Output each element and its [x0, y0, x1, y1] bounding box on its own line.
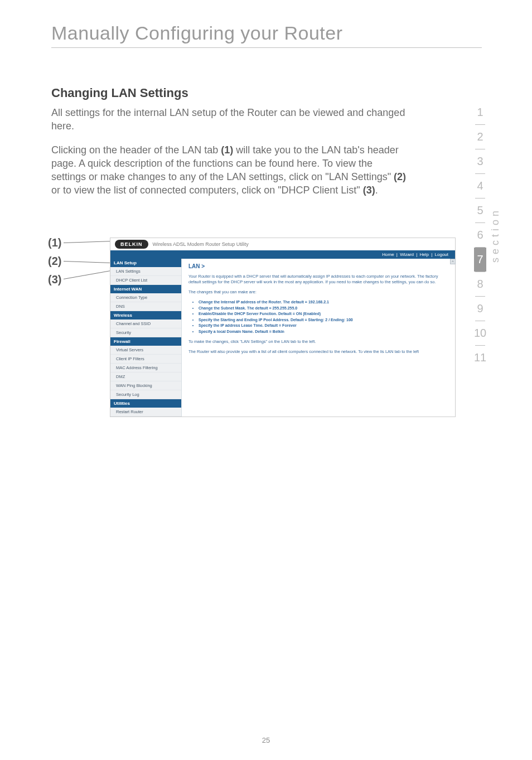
- sidebar-head-internet-wan[interactable]: Internet WAN: [110, 285, 181, 293]
- bullet-item: Enable/Disable the DHCP Server Function.…: [199, 311, 448, 317]
- section-num-11[interactable]: 11: [474, 346, 486, 370]
- section-num-6[interactable]: 6: [474, 223, 486, 247]
- callout-1: (1): [48, 236, 61, 249]
- lan-tab-paragraph: Clicking on the header of the LAN tab (1…: [51, 143, 408, 197]
- brand-logo: BELKIN: [115, 240, 148, 249]
- sidebar-item-restart-router[interactable]: Restart Router: [110, 408, 181, 417]
- bullet-item: Change the Subnet Mask. The default = 25…: [199, 306, 448, 312]
- bullet-item: Change the Internal IP address of the Ro…: [199, 299, 448, 306]
- sidebar-head-firewall[interactable]: Firewall: [110, 337, 181, 346]
- page-title: Manually Configuring your Router: [51, 22, 482, 44]
- lead-line-2: [64, 261, 112, 263]
- section-num-7[interactable]: 7: [474, 248, 486, 272]
- app-title: Wireless ADSL Modem Router Setup Utility: [153, 241, 249, 247]
- top-nav: Home | Wizard | Help | Logout: [110, 250, 455, 259]
- nav-home[interactable]: Home: [381, 252, 395, 257]
- sidebar-item-dhcp-client-list[interactable]: DHCP Client List: [110, 276, 181, 285]
- sidebar-item-dmz[interactable]: DMZ: [110, 372, 181, 381]
- section-num-4[interactable]: 4: [474, 174, 486, 198]
- nav-help[interactable]: Help: [419, 252, 430, 257]
- router-admin-screenshot: BELKIN Wireless ADSL Modem Router Setup …: [110, 238, 456, 417]
- lead-line-1: [64, 240, 117, 243]
- callout-2-inline: (2): [394, 171, 406, 182]
- lead-line-3: [64, 270, 111, 279]
- lead-labels: (1) (2) (3): [48, 236, 61, 292]
- content-p2: The changes that you can make are:: [188, 289, 448, 295]
- nav-logout[interactable]: Logout: [434, 252, 449, 257]
- section-num-1[interactable]: 1: [474, 100, 486, 124]
- content-p1: Your Router is equipped with a DHCP serv…: [188, 274, 448, 285]
- para-frag: .: [375, 185, 378, 196]
- section-num-2[interactable]: 2: [474, 125, 486, 149]
- callout-3-inline: (3): [363, 185, 375, 196]
- nav-wizard[interactable]: Wizard: [399, 252, 415, 257]
- sidebar-item-client-ip-filters[interactable]: Client IP Filters: [110, 355, 181, 364]
- callout-3: (3): [48, 273, 61, 286]
- section-heading: Changing LAN Settings: [51, 86, 482, 100]
- scroll-up-icon[interactable]: ^: [450, 259, 456, 264]
- sidebar-item-dns[interactable]: DNS: [110, 302, 181, 311]
- callout-2: (2): [48, 255, 61, 268]
- sidebar-item-security-log[interactable]: Security Log: [110, 390, 181, 399]
- sidebar-item-lan-settings[interactable]: LAN Settings: [110, 267, 181, 276]
- bullet-item: Specify the Starting and Ending IP Pool …: [199, 317, 448, 323]
- sidebar-item-virtual-servers[interactable]: Virtual Servers: [110, 346, 181, 355]
- app-header: BELKIN Wireless ADSL Modem Router Setup …: [110, 238, 455, 250]
- section-num-10[interactable]: 10: [474, 321, 486, 345]
- sidebar-head-lan-setup[interactable]: LAN Setup: [110, 259, 181, 267]
- section-strip: 1 2 3 4 5 6 7 8 9 10 11 section: [474, 100, 501, 370]
- section-vertical-label: section: [490, 207, 501, 263]
- sidebar-item-channel-ssid[interactable]: Channel and SSID: [110, 320, 181, 328]
- para-frag: or to view the list of connected compute…: [51, 185, 363, 196]
- title-rule: [51, 47, 482, 48]
- page-number: 25: [0, 736, 532, 744]
- bullet-item: Specify the IP address Lease Time. Defau…: [199, 323, 448, 329]
- sidebar-item-mac-filtering[interactable]: MAC Address Filtering: [110, 364, 181, 372]
- section-num-5[interactable]: 5: [474, 199, 486, 222]
- sidebar-item-security[interactable]: Security: [110, 328, 181, 337]
- breadcrumb[interactable]: LAN >: [188, 263, 448, 269]
- sidebar-item-wan-ping-blocking[interactable]: WAN Ping Blocking: [110, 381, 181, 390]
- content-p3: To make the changes, click "LAN Settings…: [188, 339, 448, 345]
- section-numbers: 1 2 3 4 5 6 7 8 9 10 11: [474, 100, 486, 370]
- content-p4: The Router will also provide you with a …: [188, 349, 448, 355]
- callout-1-inline: (1): [221, 144, 233, 156]
- section-num-8[interactable]: 8: [474, 272, 486, 296]
- intro-text: All settings for the internal LAN setup …: [51, 106, 408, 133]
- section-num-3[interactable]: 3: [474, 149, 486, 173]
- sidebar-head-wireless[interactable]: Wireless: [110, 311, 181, 320]
- sidebar-head-utilities[interactable]: Utilities: [110, 399, 181, 408]
- para-frag: Clicking on the header of the LAN tab: [51, 144, 221, 156]
- section-num-9[interactable]: 9: [474, 297, 486, 321]
- content-pane: LAN > Your Router is equipped with a DHC…: [182, 259, 455, 417]
- sidebar-item-connection-type[interactable]: Connection Type: [110, 293, 181, 302]
- content-bullets: Change the Internal IP address of the Ro…: [199, 299, 448, 335]
- bullet-item: Specify a local Domain Name. Default = B…: [199, 329, 448, 335]
- sidebar: LAN Setup LAN Settings DHCP Client List …: [110, 259, 182, 417]
